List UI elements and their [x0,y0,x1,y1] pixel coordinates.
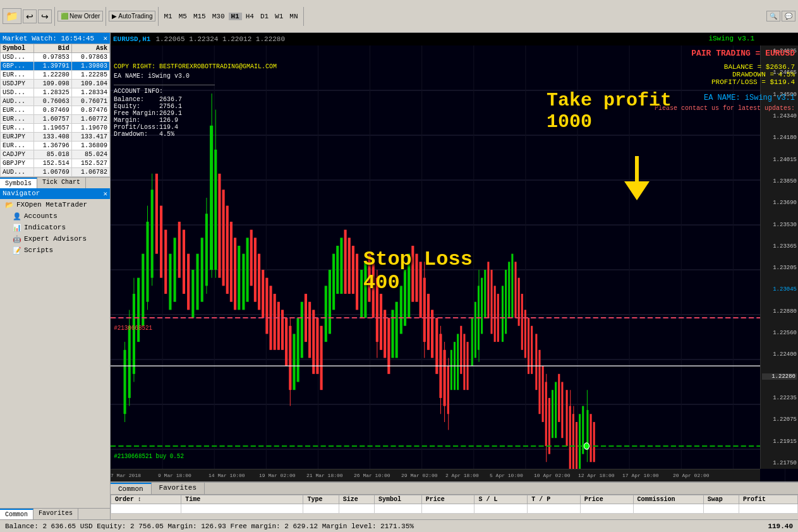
col-time[interactable]: Time [181,495,303,504]
price-tick-4: 1.24340 [762,113,797,119]
take-profit-value: 1000 [547,111,592,133]
tf-w1[interactable]: W1 [272,13,286,20]
col-swap[interactable]: Swap [703,495,739,504]
tf-m5[interactable]: M5 [176,13,190,20]
col-size[interactable]: Size [339,495,374,504]
price-tick-17: 1.22075 [762,416,797,423]
sep1 [54,7,55,26]
navigator: Navigator ✕ 📂 FXOpen MetaTrader 👤 Accoun… [0,188,110,508]
svg-rect-159 [579,414,581,470]
svg-rect-138 [518,278,520,326]
mw-col-ask: Ask [71,44,109,53]
col-tp[interactable]: T / P [528,495,581,504]
svg-rect-140 [524,310,526,358]
col-profit[interactable]: Profit [739,495,798,504]
nav-item-indicators[interactable]: 📊 Indicators [0,222,110,233]
col-symbol[interactable]: Symbol [375,495,422,504]
mw-row[interactable]: AUD...0.760630.76071 [1,97,110,106]
nav-item-ea[interactable]: 🤖 Expert Advisors [0,233,110,245]
svg-rect-45 [201,238,203,301]
svg-rect-69 [285,318,287,366]
mw-row[interactable]: USD...0.978530.97863 [1,53,110,62]
svg-rect-40 [178,222,181,278]
svg-point-171 [584,443,589,449]
svg-rect-83 [336,246,339,294]
mw-col-symbol: Symbol [1,44,34,53]
chart-prices: 1.22065 1.22324 1.22012 1.22280 [155,35,285,43]
svg-rect-29 [137,278,140,342]
nav-tab-common[interactable]: Common [0,509,33,519]
mw-tab-symbols[interactable]: Symbols [0,178,37,188]
toolbar-new-order-btn[interactable]: 🟩 New Order [57,11,103,21]
tf-m15[interactable]: M15 [191,13,209,20]
mw-row[interactable]: CADJPY85.01885.024 [1,150,110,159]
orders-panel-inside: Common Favorites Order ↕ Time Type Size … [111,481,798,519]
chart-area[interactable]: EURUSD,H1 1.22065 1.22324 1.22012 1.2228… [111,33,798,519]
mw-row[interactable]: EUR...0.874690.87476 [1,106,110,115]
col-price-cur[interactable]: Price [580,495,633,504]
mw-row[interactable]: USD...1.283251.28334 [1,88,110,97]
chart-info-box: COPY RIGHT: BESTFOREXROBOTTRADING@GMAIL.… [114,63,277,138]
svg-rect-164 [593,422,595,462]
time-tick-12: 17 Apr 10:00 [622,473,659,478]
mw-row[interactable]: EURJPY133.408133.417 [1,133,110,142]
toolbar-undo-btn[interactable]: ↩ [23,9,37,23]
price-tick-11: 1.23205 [762,265,797,271]
col-order[interactable]: Order ↕ [111,495,181,504]
toolbar-file-btn[interactable]: 📁 [3,8,21,24]
balance-label: Balance: [114,96,159,103]
svg-rect-131 [494,286,496,342]
nav-tab-favorites[interactable]: Favorites [33,509,78,519]
nav-item-accounts[interactable]: 👤 Accounts [0,210,110,222]
col-commission[interactable]: Commission [633,495,703,504]
tf-d1[interactable]: D1 [258,13,271,20]
tf-m30[interactable]: M30 [210,13,227,20]
svg-rect-73 [297,318,299,382]
svg-rect-81 [329,270,331,334]
svg-rect-89 [360,270,363,318]
col-type[interactable]: Type [303,495,339,504]
mw-row[interactable]: USDJPY109.098109.104 [1,80,110,88]
mw-tab-tick[interactable]: Tick Chart [37,178,86,188]
mw-row[interactable]: AUD...1.067691.06782 [1,168,110,177]
mw-close-icon[interactable]: ✕ [103,34,107,42]
svg-rect-87 [352,246,354,294]
mw-row[interactable]: EUR...1.222801.22285 [1,71,110,80]
svg-text:#2130668521 buy 0.52: #2130668521 buy 0.52 [114,452,184,460]
col-price-open[interactable]: Price [421,495,475,504]
svg-rect-44 [196,254,198,310]
margin-value: 126.9 [159,117,182,124]
mw-row[interactable]: GBPJPY152.514152.527 [1,159,110,168]
svg-rect-80 [325,286,327,342]
time-tick-9: 5 Apr 10:00 [490,473,523,478]
pl-label: Profit/Loss: [114,124,159,131]
svg-rect-57 [238,246,240,310]
margin-label: Margin: [114,117,159,124]
mw-row[interactable]: EUR...1.607571.60772 [1,115,110,124]
svg-rect-64 [265,278,268,334]
toolbar-chat-btn[interactable]: 💬 [782,11,795,21]
tf-h1[interactable]: H1 [229,13,242,20]
table-row[interactable]: 2130668521 2018.04.24 05:00:01 buy 0.52 … [111,504,798,514]
nav-close-icon[interactable]: ✕ [103,190,107,198]
col-sl[interactable]: S / L [475,495,528,504]
price-tick-9: 1.23530 [762,222,797,228]
sep2 [106,7,106,26]
pair-trading-text: PAIR TRADING = EURUSD [655,49,795,58]
toolbar-redo-btn[interactable]: ↪ [38,9,52,23]
drawdown-right: DRAWDOWN = 4.5% [655,71,795,78]
nav-fxopen-label: FXOpen MetaTrader [16,201,87,209]
toolbar-autotrading-btn[interactable]: ▶ AutoTrading [109,11,155,21]
nav-item-scripts[interactable]: 📝 Scripts [0,245,110,256]
mw-row[interactable]: EUR...1.367961.36809 [1,142,110,150]
mw-table: Symbol Bid Ask USD...0.978530.97863GBP..… [0,44,110,177]
orders-tab-common[interactable]: Common [111,483,152,494]
nav-item-fxopen[interactable]: 📂 FXOpen MetaTrader [0,199,110,210]
mw-row[interactable]: GBP...1.397911.39803 [1,62,110,71]
mw-row[interactable]: EUR...1.196571.19670 [1,124,110,133]
tf-h4[interactable]: H4 [243,13,257,20]
tf-mn[interactable]: MN [287,13,300,20]
svg-rect-149 [552,390,553,438]
toolbar-search-btn[interactable]: 🔍 [766,11,780,21]
orders-tab-favorites[interactable]: Favorites [152,483,205,494]
